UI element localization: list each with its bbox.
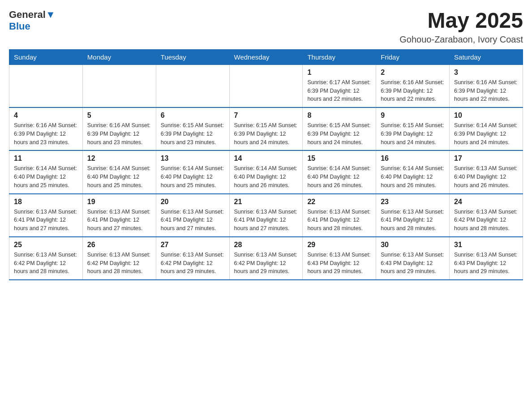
day-info: Sunrise: 6:13 AM Sunset: 6:42 PM Dayligh… (454, 208, 518, 233)
calendar-cell (9, 64, 83, 107)
day-info: Sunrise: 6:13 AM Sunset: 6:42 PM Dayligh… (161, 251, 225, 276)
day-info: Sunrise: 6:16 AM Sunset: 6:39 PM Dayligh… (381, 78, 445, 103)
day-info: Sunrise: 6:14 AM Sunset: 6:40 PM Dayligh… (87, 164, 151, 189)
day-number: 24 (454, 198, 518, 206)
day-number: 29 (307, 241, 371, 249)
header-sunday: Sunday (9, 49, 83, 64)
day-number: 21 (234, 198, 298, 206)
day-number: 11 (14, 154, 78, 163)
day-info: Sunrise: 6:16 AM Sunset: 6:39 PM Dayligh… (87, 121, 151, 146)
calendar-body: 1Sunrise: 6:17 AM Sunset: 6:39 PM Daylig… (9, 64, 523, 280)
day-number: 28 (234, 241, 298, 249)
day-number: 3 (454, 68, 518, 77)
calendar-cell: 23Sunrise: 6:13 AM Sunset: 6:41 PM Dayli… (376, 194, 450, 237)
day-info: Sunrise: 6:13 AM Sunset: 6:42 PM Dayligh… (14, 251, 78, 276)
calendar-cell: 1Sunrise: 6:17 AM Sunset: 6:39 PM Daylig… (303, 64, 376, 107)
logo-triangle-icon: ▼ (46, 9, 56, 20)
calendar-header: SundayMondayTuesdayWednesdayThursdayFrid… (9, 49, 523, 64)
calendar-header-row: SundayMondayTuesdayWednesdayThursdayFrid… (9, 49, 523, 64)
day-info: Sunrise: 6:14 AM Sunset: 6:40 PM Dayligh… (161, 164, 225, 189)
header-saturday: Saturday (450, 49, 523, 64)
day-info: Sunrise: 6:15 AM Sunset: 6:39 PM Dayligh… (307, 121, 371, 146)
calendar-cell (82, 64, 156, 107)
logo-text-blue: Blue (9, 21, 30, 32)
calendar-cell: 19Sunrise: 6:13 AM Sunset: 6:41 PM Dayli… (82, 194, 156, 237)
calendar-week-5: 25Sunrise: 6:13 AM Sunset: 6:42 PM Dayli… (9, 237, 523, 280)
logo-text-general: General (9, 9, 46, 20)
day-info: Sunrise: 6:13 AM Sunset: 6:42 PM Dayligh… (87, 251, 151, 276)
page-header: General▼ Blue May 2025 Gohouo-Zarabaon, … (9, 9, 523, 45)
calendar-cell: 11Sunrise: 6:14 AM Sunset: 6:40 PM Dayli… (9, 150, 83, 193)
day-info: Sunrise: 6:13 AM Sunset: 6:41 PM Dayligh… (381, 208, 445, 233)
day-number: 27 (161, 241, 225, 249)
day-number: 10 (454, 111, 518, 120)
day-number: 20 (161, 198, 225, 206)
day-number: 15 (307, 154, 371, 163)
calendar-cell: 20Sunrise: 6:13 AM Sunset: 6:41 PM Dayli… (156, 194, 229, 237)
calendar-cell (156, 64, 229, 107)
calendar-cell: 29Sunrise: 6:13 AM Sunset: 6:43 PM Dayli… (303, 237, 376, 280)
header-tuesday: Tuesday (156, 49, 229, 64)
day-number: 12 (87, 154, 151, 163)
day-info: Sunrise: 6:13 AM Sunset: 6:41 PM Dayligh… (87, 208, 151, 233)
day-number: 30 (381, 241, 445, 249)
calendar-cell: 28Sunrise: 6:13 AM Sunset: 6:42 PM Dayli… (229, 237, 303, 280)
day-number: 5 (87, 111, 151, 120)
header-wednesday: Wednesday (229, 49, 303, 64)
calendar-cell: 12Sunrise: 6:14 AM Sunset: 6:40 PM Dayli… (82, 150, 156, 193)
day-info: Sunrise: 6:14 AM Sunset: 6:39 PM Dayligh… (454, 121, 518, 146)
calendar-cell: 21Sunrise: 6:13 AM Sunset: 6:41 PM Dayli… (229, 194, 303, 237)
calendar-cell: 30Sunrise: 6:13 AM Sunset: 6:43 PM Dayli… (376, 237, 450, 280)
calendar-cell: 5Sunrise: 6:16 AM Sunset: 6:39 PM Daylig… (82, 107, 156, 150)
header-friday: Friday (376, 49, 450, 64)
day-info: Sunrise: 6:15 AM Sunset: 6:39 PM Dayligh… (381, 121, 445, 146)
calendar-cell: 2Sunrise: 6:16 AM Sunset: 6:39 PM Daylig… (376, 64, 450, 107)
day-info: Sunrise: 6:13 AM Sunset: 6:43 PM Dayligh… (454, 251, 518, 276)
calendar-cell: 27Sunrise: 6:13 AM Sunset: 6:42 PM Dayli… (156, 237, 229, 280)
day-info: Sunrise: 6:14 AM Sunset: 6:40 PM Dayligh… (307, 164, 371, 189)
day-info: Sunrise: 6:14 AM Sunset: 6:40 PM Dayligh… (234, 164, 298, 189)
day-number: 31 (454, 241, 518, 249)
day-info: Sunrise: 6:13 AM Sunset: 6:42 PM Dayligh… (234, 251, 298, 276)
day-number: 14 (234, 154, 298, 163)
calendar-cell: 8Sunrise: 6:15 AM Sunset: 6:39 PM Daylig… (303, 107, 376, 150)
calendar-cell: 14Sunrise: 6:14 AM Sunset: 6:40 PM Dayli… (229, 150, 303, 193)
calendar-week-3: 11Sunrise: 6:14 AM Sunset: 6:40 PM Dayli… (9, 150, 523, 193)
header-thursday: Thursday (303, 49, 376, 64)
calendar-cell: 22Sunrise: 6:13 AM Sunset: 6:41 PM Dayli… (303, 194, 376, 237)
day-number: 9 (381, 111, 445, 120)
day-info: Sunrise: 6:17 AM Sunset: 6:39 PM Dayligh… (307, 78, 371, 103)
calendar-cell: 26Sunrise: 6:13 AM Sunset: 6:42 PM Dayli… (82, 237, 156, 280)
day-info: Sunrise: 6:13 AM Sunset: 6:41 PM Dayligh… (14, 208, 78, 233)
day-number: 17 (454, 154, 518, 163)
day-number: 22 (307, 198, 371, 206)
day-info: Sunrise: 6:14 AM Sunset: 6:40 PM Dayligh… (381, 164, 445, 189)
day-info: Sunrise: 6:14 AM Sunset: 6:40 PM Dayligh… (14, 164, 78, 189)
calendar-cell: 18Sunrise: 6:13 AM Sunset: 6:41 PM Dayli… (9, 194, 83, 237)
calendar-week-2: 4Sunrise: 6:16 AM Sunset: 6:39 PM Daylig… (9, 107, 523, 150)
calendar-cell: 25Sunrise: 6:13 AM Sunset: 6:42 PM Dayli… (9, 237, 83, 280)
day-number: 1 (307, 68, 371, 77)
day-number: 4 (14, 111, 78, 120)
day-info: Sunrise: 6:16 AM Sunset: 6:39 PM Dayligh… (14, 121, 78, 146)
calendar-cell: 7Sunrise: 6:15 AM Sunset: 6:39 PM Daylig… (229, 107, 303, 150)
header-monday: Monday (82, 49, 156, 64)
day-number: 13 (161, 154, 225, 163)
calendar-cell: 3Sunrise: 6:16 AM Sunset: 6:39 PM Daylig… (450, 64, 523, 107)
calendar-week-4: 18Sunrise: 6:13 AM Sunset: 6:41 PM Dayli… (9, 194, 523, 237)
day-number: 26 (87, 241, 151, 249)
day-number: 7 (234, 111, 298, 120)
logo: General▼ Blue (9, 9, 56, 32)
day-info: Sunrise: 6:13 AM Sunset: 6:41 PM Dayligh… (307, 208, 371, 233)
day-number: 8 (307, 111, 371, 120)
month-year-title: May 2025 (399, 9, 523, 33)
calendar-cell: 24Sunrise: 6:13 AM Sunset: 6:42 PM Dayli… (450, 194, 523, 237)
day-number: 18 (14, 198, 78, 206)
location-subtitle: Gohouo-Zarabaon, Ivory Coast (399, 34, 523, 45)
day-number: 2 (381, 68, 445, 77)
calendar-week-1: 1Sunrise: 6:17 AM Sunset: 6:39 PM Daylig… (9, 64, 523, 107)
calendar-cell: 6Sunrise: 6:15 AM Sunset: 6:39 PM Daylig… (156, 107, 229, 150)
day-number: 19 (87, 198, 151, 206)
day-info: Sunrise: 6:15 AM Sunset: 6:39 PM Dayligh… (234, 121, 298, 146)
calendar-cell: 15Sunrise: 6:14 AM Sunset: 6:40 PM Dayli… (303, 150, 376, 193)
